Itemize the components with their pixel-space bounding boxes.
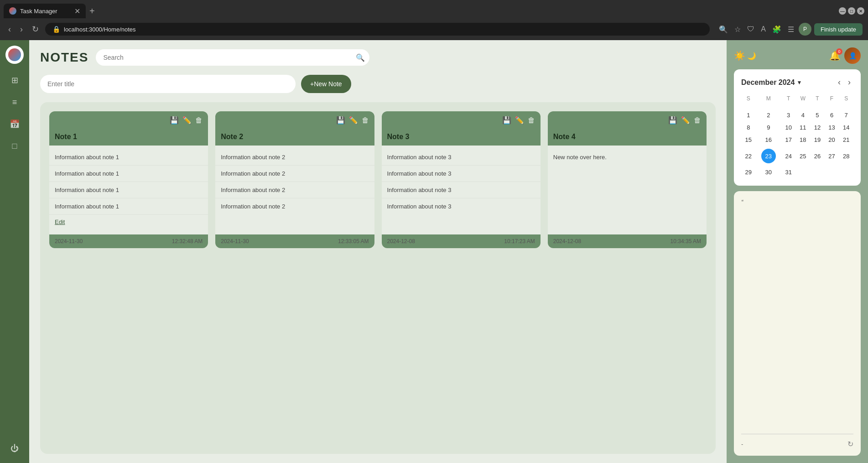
note-1-delete-btn[interactable]: 🗑 [195,116,203,125]
note-1-save-btn[interactable]: 💾 [170,116,179,125]
sidebar-item-calendar[interactable]: 📅 [5,115,24,133]
calendar-month-label[interactable]: December 2024 ▼ [741,78,802,87]
forward-btn[interactable]: › [17,23,26,36]
note-4-delete-btn[interactable]: 🗑 [694,116,701,125]
avatar[interactable]: 👤 [844,47,861,64]
sidebar-item-logout[interactable]: ⏻ [5,439,24,458]
calendar-day [839,166,853,178]
calendar-next-btn[interactable]: › [845,77,853,88]
sun-icon[interactable]: ☀️ [734,50,745,61]
quote-footer: - ↻ [741,440,853,448]
note-4-footer: 2024-12-08 10:34:35 AM [548,234,707,248]
moon-icon[interactable]: 🌙 [747,52,756,60]
note-3-edit-btn[interactable]: ✏️ [515,116,524,125]
notes-grid: 💾 ✏️ 🗑 Note 1 Information about note 1 I… [49,111,707,248]
calendar-day[interactable]: 16 [756,134,781,146]
calendar-day[interactable]: 22 [741,146,756,166]
browser-chrome: Task Manager ✕ + — □ ✕ ‹ › ↻ 🔒 localhost… [0,0,868,40]
minimize-btn[interactable]: — [839,7,846,15]
note-card-1: 💾 ✏️ 🗑 Note 1 Information about note 1 I… [49,111,208,248]
calendar-day[interactable]: 4 [796,109,811,121]
notifications-btn[interactable]: 🔔 0 [829,50,841,61]
calendar-day[interactable]: 12 [810,121,825,134]
active-tab[interactable]: Task Manager ✕ [4,4,86,18]
note-2-save-btn[interactable]: 💾 [336,116,345,125]
calendar-day[interactable]: 17 [781,134,796,146]
logout-icon: ⏻ [10,444,19,453]
tab-title: Task Manager [20,8,57,15]
calendar-day[interactable]: 24 [781,146,796,166]
list-item: Information about note 3 [382,149,541,166]
calendar-day[interactable]: 8 [741,121,756,134]
menu-btn[interactable]: ☰ [786,23,796,36]
calendar-day[interactable]: 3 [781,109,796,121]
search-button[interactable]: 🔍 [356,53,365,62]
calendar-day[interactable]: 6 [825,109,839,121]
list-item: Information about note 2 [215,149,374,166]
sidebar-item-tasks[interactable]: ≡ [5,93,24,111]
sidebar-item-notes[interactable]: □ [5,137,24,155]
note-1-edit-link[interactable]: Edit [49,215,208,229]
main-content: NOTES 🔍 +New Note 💾 ✏️ [29,40,727,463]
note-2-edit-btn[interactable]: ✏️ [349,116,358,125]
calendar-day[interactable]: 10 [781,121,796,134]
calendar-day[interactable]: 28 [839,146,853,166]
maximize-btn[interactable]: □ [848,7,855,15]
calendar-day[interactable]: 23 [756,146,781,166]
day-header-t2: T [810,94,825,104]
note-3-delete-btn[interactable]: 🗑 [528,116,535,125]
calendar-day[interactable]: 13 [825,121,839,134]
profile-btn[interactable]: A [759,23,768,35]
calendar-day[interactable]: 25 [796,146,811,166]
reload-btn[interactable]: ↻ [29,22,42,36]
calendar-day[interactable]: 2 [756,109,781,121]
calendar-day[interactable]: 5 [810,109,825,121]
calendar-day[interactable]: 30 [756,166,781,178]
profile-avatar-btn[interactable]: P [799,23,811,36]
theme-toggle: ☀️ 🌙 [734,50,756,61]
quote-author: - [741,441,743,447]
calendar-day[interactable]: 15 [741,134,756,146]
quote-refresh-btn[interactable]: ↻ [847,440,853,448]
note-3-actions: 💾 ✏️ 🗑 [502,116,535,125]
calendar-day[interactable]: 14 [839,121,853,134]
note-4-save-btn[interactable]: 💾 [668,116,677,125]
calendar-prev-btn[interactable]: ‹ [835,77,843,88]
tab-close-btn[interactable]: ✕ [74,7,80,16]
note-card-2: 💾 ✏️ 🗑 Note 2 Information about note 2 I… [215,111,374,248]
note-2-delete-btn[interactable]: 🗑 [362,116,369,125]
shield-btn[interactable]: 🛡 [745,23,756,35]
calendar-day[interactable]: 26 [810,146,825,166]
back-btn[interactable]: ‹ [5,23,14,36]
sidebar-item-dashboard[interactable]: ⊞ [5,71,24,89]
calendar-day[interactable]: 18 [796,134,811,146]
note-3-save-btn[interactable]: 💾 [502,116,511,125]
close-btn[interactable]: ✕ [857,7,864,15]
calendar-day[interactable]: 19 [810,134,825,146]
extensions-btn[interactable]: 🧩 [770,23,783,36]
new-tab-btn[interactable]: + [86,6,99,16]
calendar-day [825,166,839,178]
calendar-today[interactable]: 23 [761,149,776,163]
sidebar-logo [5,46,24,64]
finish-update-btn[interactable]: Finish update [814,23,863,36]
calendar-day[interactable]: 29 [741,166,756,178]
note-1-edit-btn[interactable]: ✏️ [182,116,192,125]
quote-text: “ [741,198,853,205]
new-note-btn[interactable]: +New Note [301,75,351,93]
day-header-s2: S [839,94,853,104]
calendar-day[interactable]: 7 [839,109,853,121]
calendar-day[interactable]: 27 [825,146,839,166]
search-input[interactable] [96,49,369,66]
title-input[interactable] [40,75,296,93]
note-4-edit-btn[interactable]: ✏️ [681,116,690,125]
calendar-day[interactable]: 11 [796,121,811,134]
calendar-day[interactable]: 20 [825,134,839,146]
calendar-day[interactable]: 1 [741,109,756,121]
calendar-day[interactable]: 9 [756,121,781,134]
zoom-btn[interactable]: 🔍 [717,23,730,36]
bookmark-btn[interactable]: ☆ [733,23,743,36]
calendar-day[interactable]: 21 [839,134,853,146]
url-bar[interactable]: 🔒 localhost:3000/Home/notes [45,23,710,36]
calendar-day[interactable]: 31 [781,166,796,178]
